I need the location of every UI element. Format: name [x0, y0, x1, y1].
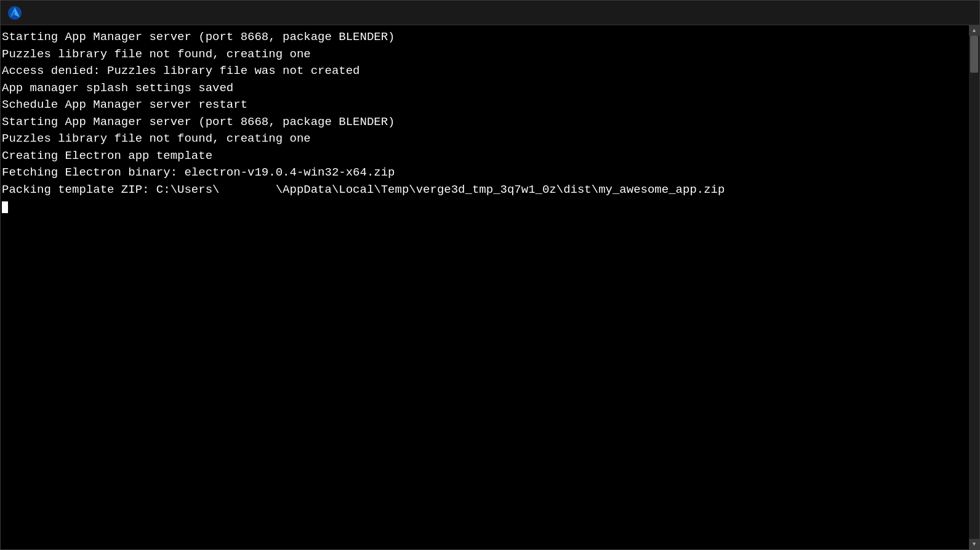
- scroll-down-arrow[interactable]: ▼: [969, 539, 979, 549]
- scroll-up-arrow[interactable]: ▲: [969, 25, 979, 36]
- minimize-button[interactable]: [887, 1, 915, 25]
- terminal-output[interactable]: Starting App Manager server (port 8668, …: [1, 25, 969, 549]
- close-button[interactable]: [944, 1, 972, 25]
- scrollbar-thumb[interactable]: [970, 36, 978, 73]
- terminal-cursor: [2, 201, 8, 213]
- main-window: Starting App Manager server (port 8668, …: [0, 0, 980, 550]
- terminal-area: Starting App Manager server (port 8668, …: [1, 25, 979, 549]
- app-logo: [8, 6, 22, 20]
- titlebar: [1, 1, 979, 25]
- window-controls: [887, 1, 972, 25]
- scrollbar[interactable]: ▲ ▼: [969, 25, 979, 549]
- maximize-button[interactable]: [915, 1, 944, 25]
